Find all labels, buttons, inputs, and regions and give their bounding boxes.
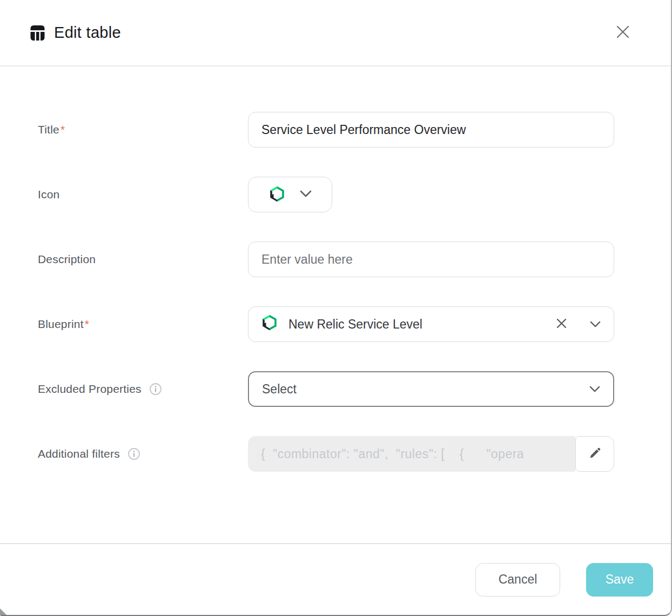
modal-footer: Cancel Save: [0, 543, 671, 615]
blueprint-select[interactable]: New Relic Service Level: [248, 306, 614, 342]
excluded-properties-row: Excluded Properties Select: [38, 371, 671, 407]
table-icon: [29, 24, 46, 42]
newrelic-logo-icon: [269, 185, 285, 204]
additional-filters-label-cell: Additional filters: [38, 447, 248, 460]
chevron-down-icon: [300, 190, 312, 199]
x-clear-icon: [556, 318, 567, 331]
title-label-cell: Title *: [38, 123, 248, 136]
chevron-down-icon: [590, 321, 601, 327]
title-label: Title: [38, 123, 59, 136]
modal-title: Edit table: [54, 24, 121, 42]
description-label: Description: [38, 253, 96, 266]
close-button[interactable]: [614, 23, 632, 43]
pencil-icon: [588, 446, 602, 462]
blueprint-value: New Relic Service Level: [288, 317, 422, 332]
additional-filters-label: Additional filters: [38, 447, 120, 460]
blueprint-label-cell: Blueprint *: [38, 318, 248, 331]
excluded-properties-select[interactable]: Select: [248, 371, 614, 407]
title-input[interactable]: [248, 112, 614, 148]
icon-dropdown[interactable]: [248, 177, 332, 212]
required-asterisk: *: [85, 318, 89, 331]
title-row: Title *: [38, 112, 671, 148]
description-input[interactable]: [248, 242, 614, 277]
excluded-properties-placeholder: Select: [262, 382, 297, 397]
info-icon: [149, 383, 162, 396]
icon-label-cell: Icon: [38, 188, 248, 201]
resize-handle[interactable]: [0, 608, 6, 615]
close-icon: [616, 25, 630, 41]
info-icon: [127, 447, 140, 460]
edit-filters-button[interactable]: [575, 436, 614, 472]
required-asterisk: *: [61, 123, 65, 136]
modal-body: Title * Icon: [0, 66, 671, 543]
newrelic-logo-icon: [261, 314, 278, 334]
clear-blueprint-button[interactable]: [555, 317, 568, 332]
modal-header: Edit table: [0, 0, 671, 66]
additional-filters-field: { "combinator": "and", "rules": [ { "ope…: [248, 436, 614, 472]
additional-filters-row: Additional filters { "combinator": "and"…: [38, 436, 671, 472]
blueprint-label: Blueprint: [38, 318, 84, 331]
description-row: Description: [38, 242, 671, 277]
save-button[interactable]: Save: [586, 563, 653, 597]
chevron-down-icon: [589, 386, 600, 392]
cancel-button[interactable]: Cancel: [475, 563, 560, 597]
icon-label: Icon: [38, 188, 60, 201]
excluded-properties-label-cell: Excluded Properties: [38, 383, 248, 396]
blueprint-row: Blueprint * New Relic Service Level: [38, 306, 671, 342]
icon-row: Icon: [38, 177, 671, 212]
edit-table-modal: Edit table Title * Icon: [0, 0, 672, 616]
description-label-cell: Description: [38, 253, 248, 266]
excluded-properties-label: Excluded Properties: [38, 383, 142, 396]
additional-filters-value: { "combinator": "and", "rules": [ { "ope…: [248, 436, 575, 472]
